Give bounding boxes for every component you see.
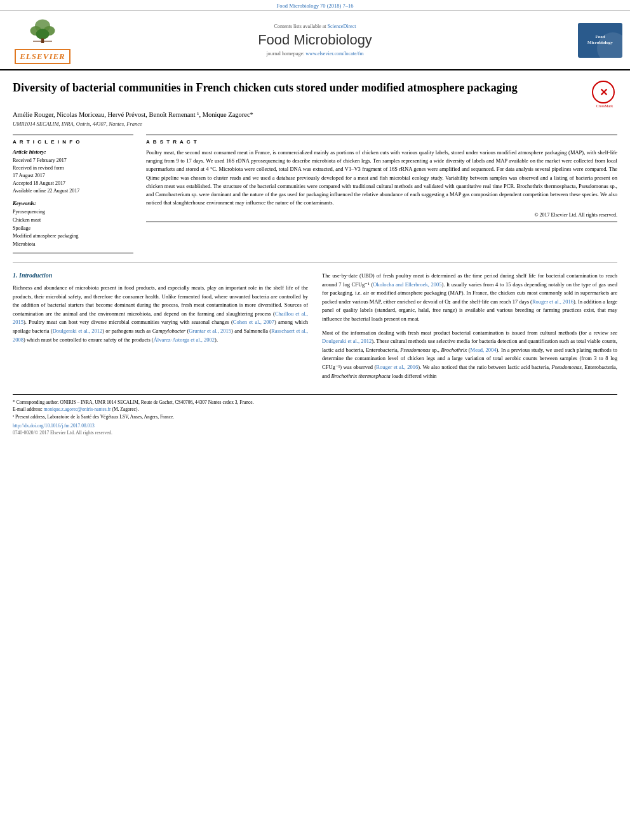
available-online-date: Available online 22 August 2017 [13,187,133,195]
svg-point-3 [36,29,50,40]
email-link[interactable]: monique.z.agorec@oniris-nantes.fr [44,406,111,412]
introduction-title: 1. Introduction [13,272,308,279]
intro-para-right-2: Most of the information dealing with fre… [322,329,617,381]
intro-para-1: Richness and abundance of microbiota pre… [13,284,308,344]
accepted-date: Accepted 18 August 2017 [13,180,133,187]
keyword-4: Modified atmosphere packaging [13,232,133,241]
received-date: Received 7 February 2017 [13,157,133,164]
article-title: Diversity of bacterial communities in Fr… [13,81,584,95]
article-title-section: Diversity of bacterial communities in Fr… [13,81,617,106]
email-line: E-mail address: monique.z.agorec@oniris-… [13,406,617,413]
abstract-column: A B S T R A C T Poultry meat, the second… [146,135,617,253]
keywords-label: Keywords: [13,200,133,206]
journal-citation: Food Microbiology 70 (2018) 7–16 [277,3,354,9]
fm-logo-text: FoodMicrobiology [587,34,613,46]
ref-doulgeraki-2[interactable]: Doulgeraki et al., 2012 [322,338,372,344]
introduction-right: The use-by-date (UBD) of fresh poultry m… [322,272,617,385]
abstract-label: A B S T R A C T [146,139,617,145]
fm-logo-area: FoodMicrobiology [553,23,622,58]
keyword-3: Spoilage [13,225,133,233]
introduction-left-text: Richness and abundance of microbiota pre… [13,284,308,344]
article-content: Diversity of bacterial communities in Fr… [0,70,630,448]
article-info-column: A R T I C L E I N F O Article history: R… [13,135,133,253]
keywords-section: Keywords: Pyrosequencing Chicken meat Sp… [13,200,133,249]
history-title: Article history: [13,149,133,155]
license-notice: 0740-0020/© 2017 Elsevier Ltd. All right… [13,430,617,436]
authors: Amélie Rouger, Nicolas Moriceau, Hervé P… [13,111,617,118]
article-info-label: A R T I C L E I N F O [13,139,133,145]
affiliation: UMR1014 SECALIM, INRA, Oniris, 44307, Na… [13,121,617,127]
sciencedirect-link[interactable]: ScienceDirect [328,23,356,29]
keyword-2: Chicken meat [13,217,133,225]
elsevier-tree-icon [23,16,62,48]
elsevier-logo-area: ELSEVIER [8,16,77,64]
footnote-1: ¹ Present address, Laboratoire de la San… [13,413,617,420]
svg-rect-4 [41,39,44,44]
crossmark-icon: ✕ [592,81,615,103]
copyright-notice: © 2017 Elsevier Ltd. All rights reserved… [146,212,617,218]
article-info-abstract: A R T I C L E I N F O Article history: R… [13,135,617,253]
journal-header: ELSEVIER Contents lists available at Sci… [0,11,630,70]
received-revised-label: Received in revised form [13,164,133,172]
article-info-box: A R T I C L E I N F O Article history: R… [13,135,133,253]
ref-alvarez[interactable]: Álvarez-Astorga et al., 2002 [154,337,215,343]
ref-cohen[interactable]: Cohen et al., 2007 [233,319,274,325]
abstract-text: Poultry meat, the second most consumed m… [146,149,617,207]
ref-doulgeraki[interactable]: Doulgeraki et al., 2012 [53,328,103,334]
ref-mead[interactable]: Mead, 2004 [471,347,497,353]
revised-date: 17 August 2017 [13,172,133,180]
journal-center-info: Contents lists available at ScienceDirec… [77,23,553,57]
journal-title: Food Microbiology [77,32,553,48]
homepage-link[interactable]: www.elsevier.com/locate/fm [305,51,363,57]
contents-line: Contents lists available at ScienceDirec… [77,23,553,29]
corresponding-author: * Corresponding author. ONIRIS – INRA, U… [13,399,617,406]
section-divider [13,262,617,263]
intro-para-right-1: The use-by-date (UBD) of fresh poultry m… [322,272,617,324]
doi-link[interactable]: http://dx.doi.org/10.1016/j.fm.2017.08.0… [13,423,617,429]
elsevier-brand: ELSEVIER [15,49,70,64]
introduction-right-text: The use-by-date (UBD) of fresh poultry m… [322,272,617,380]
homepage-line: journal homepage: www.elsevier.com/locat… [77,51,553,57]
crossmark-badge: ✕ CrossMark [592,81,617,106]
ref-gruntar[interactable]: Gruntar et al., 2015 [189,328,231,334]
footnotes-section: * Corresponding author. ONIRIS – INRA, U… [13,394,617,436]
keyword-1: Pyrosequencing [13,208,133,217]
abstract-section: A B S T R A C T Poultry meat, the second… [146,135,617,222]
ref-rouger-2016[interactable]: Rouger et al., 2016 [532,298,573,305]
crossmark-label: CrossMark [592,104,617,108]
food-microbiology-logo: FoodMicrobiology [578,23,622,58]
introduction-section: 1. Introduction Richness and abundance o… [13,272,617,385]
ref-rouger-2016b[interactable]: Rouger et al., 2016 [376,364,418,370]
keyword-5: Microbiota [13,241,133,249]
introduction-left: 1. Introduction Richness and abundance o… [13,272,308,385]
journal-citation-bar: Food Microbiology 70 (2018) 7–16 [0,0,630,11]
ref-okolocha[interactable]: Okolocha and Ellerbroek, 2005 [373,281,441,288]
